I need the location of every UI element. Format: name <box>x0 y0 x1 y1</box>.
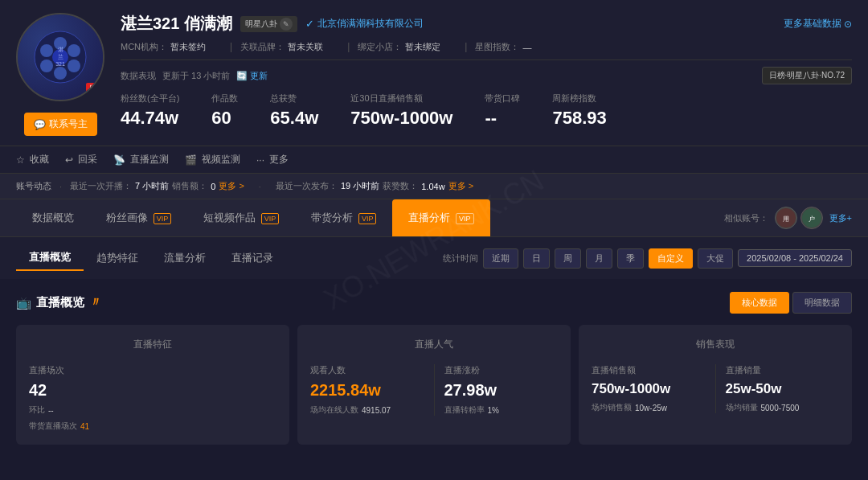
dynamics-row: 账号动态 · 最近一次开播： 7 小时前 销售额： 0 更多 > · 最近一次发… <box>0 173 868 199</box>
card-divider-2 <box>715 364 716 413</box>
dynamics-separator: · <box>59 182 62 191</box>
date-range-display[interactable]: 2025/02/08 - 2025/02/24 <box>738 249 852 267</box>
stat-reputation: 带货口碑 -- <box>485 92 520 129</box>
card-live-popularity: 直播人气 观看人数 2215.84w 场均在线人数 4915.07 直播涨粉 2… <box>297 325 571 445</box>
stat-new-fans: 直播涨粉 27.98w 直播转粉率 1% <box>444 364 559 416</box>
detail-data-btn[interactable]: 明细数据 <box>792 292 852 314</box>
svg-text:湛: 湛 <box>58 47 63 52</box>
info-section: 湛兰321 俏满潮 明星八卦 ✎ ✓ 北京俏满潮科技有限公司 更多基础数据 ⊙ … <box>121 13 852 136</box>
card-sales-performance: 销售表现 直播销售额 750w-1000w 场均销售额 10w-25w 直播销量… <box>579 325 852 445</box>
contact-button[interactable]: 💬 联系号主 <box>24 113 97 136</box>
sub-tab-traffic[interactable]: 流量分析 <box>151 246 219 270</box>
update-button[interactable]: 🔄 更新 <box>236 70 268 82</box>
stat-fans-sub: 直播转粉率 1% <box>444 404 559 416</box>
profile-name: 湛兰321 俏满潮 <box>121 13 232 35</box>
time-btn-season[interactable]: 季 <box>617 248 644 269</box>
stat-volume-sub: 场均销量 5000-7500 <box>726 402 840 413</box>
similar-avatar-1[interactable]: 用 <box>775 207 797 229</box>
card-inner-1: 直播场次 42 环比 -- 带货直播场次 41 <box>29 364 276 432</box>
update-time: 更新于 13 小时前 <box>162 70 230 82</box>
stat-viewers-sub: 场均在线人数 4915.07 <box>310 404 424 416</box>
store-item: 绑定小店： 暂未绑定 <box>358 41 457 53</box>
card-inner-3: 直播销售额 750w-1000w 场均销售额 10w-25w 直播销量 25w-… <box>592 364 839 413</box>
sub-tab-trends[interactable]: 趋势特征 <box>84 246 151 270</box>
tab-live-analysis[interactable]: 直播分析 VIP <box>392 199 489 236</box>
update-row: 数据表现 更新于 13 小时前 🔄 更新 日榜·明星八卦·NO.72 <box>121 67 852 84</box>
refresh-icon: 🔄 <box>236 71 248 81</box>
tab-data-overview[interactable]: 数据概览 <box>16 199 90 236</box>
core-data-btn[interactable]: 核心数据 <box>730 292 789 314</box>
stat-live-sales-volume: 直播销量 25w-50w 场均销量 5000-7500 <box>726 364 840 413</box>
stat-sales: 近30日直播销售额 750w-1000w <box>350 92 452 129</box>
time-btn-promo[interactable]: 大促 <box>698 248 733 269</box>
avatar-inner: 湛 兰 321 品 <box>18 14 103 100</box>
ranking-badge: 日榜·明星八卦·NO.72 <box>762 67 852 84</box>
action-row: ☆ 收藏 ↩ 回采 📡 直播监测 🎬 视频监测 ··· 更多 <box>0 146 868 173</box>
time-btn-custom[interactable]: 自定义 <box>649 248 693 269</box>
mingxing-badge: 明星八卦 ✎ <box>240 16 297 32</box>
card-live-features: 直播特征 直播场次 42 环比 -- 带货直播场次 41 <box>16 325 289 445</box>
card-divider-1 <box>434 364 435 416</box>
avatar-svg: 湛 兰 321 <box>32 29 88 85</box>
svg-point-5 <box>40 59 53 72</box>
time-btn-month[interactable]: 月 <box>586 248 612 269</box>
avatar-box: 湛 兰 321 品 <box>16 13 104 101</box>
similar-avatar-2[interactable]: 户 <box>800 207 823 229</box>
content-area: 📺 直播概览 〃 核心数据 明细数据 直播特征 直播场次 42 环比 -- <box>0 279 868 457</box>
stat-likes: 总获赞 65.4w <box>270 92 318 129</box>
dynamics-more-1[interactable]: 更多 > <box>219 180 244 192</box>
card-title-2: 直播人气 <box>310 338 558 351</box>
action-recycle[interactable]: ↩ 回采 <box>65 153 97 166</box>
svg-text:321: 321 <box>55 61 65 67</box>
svg-point-6 <box>40 44 53 57</box>
tabs-section: 数据概览 粉丝画像 VIP 短视频作品 VIP 带货分析 VIP 直播分析 VI… <box>0 199 868 236</box>
question-icon: ⊙ <box>844 18 852 30</box>
dynamics-more-2[interactable]: 更多 > <box>448 180 473 192</box>
avatar-section: 湛 兰 321 品 💬 联系号主 <box>16 13 104 136</box>
cards-row: 直播特征 直播场次 42 环比 -- 带货直播场次 41 直播人气 <box>16 325 852 445</box>
section-actions: 核心数据 明细数据 <box>730 292 852 314</box>
stat-fans: 粉丝数(全平台) 44.74w <box>121 92 179 129</box>
time-btn-day[interactable]: 日 <box>523 248 550 269</box>
card-title-1: 直播特征 <box>29 338 276 351</box>
more-icon: ··· <box>256 154 264 166</box>
mcn-item: MCN机构： 暂未签约 <box>121 41 222 53</box>
sub-tab-records[interactable]: 直播记录 <box>219 246 286 270</box>
time-controls: 统计时间 近期 日 周 月 季 自定义 大促 2025/02/08 - 2025… <box>443 248 852 269</box>
title-row: 湛兰321 俏满潮 明星八卦 ✎ ✓ 北京俏满潮科技有限公司 更多基础数据 ⊙ <box>121 13 852 35</box>
svg-point-2 <box>68 44 80 57</box>
more-data-link[interactable]: 更多基础数据 ⊙ <box>784 17 852 31</box>
action-video-monitor[interactable]: 🎬 视频监测 <box>185 153 240 166</box>
action-monitor[interactable]: 📡 直播监测 <box>113 153 169 166</box>
edit-icon[interactable]: ✎ <box>280 18 293 31</box>
similar-more-link[interactable]: 更多+ <box>829 212 852 224</box>
stat-weekly: 周新榜指数 758.93 <box>552 92 606 129</box>
dynamics-item-1: 最近一次开播： 7 小时前 销售额： 0 更多 > <box>70 180 244 192</box>
recycle-icon: ↩ <box>65 154 73 166</box>
similar-avatars: 用 户 <box>775 207 823 229</box>
map-item: 星图指数： — <box>475 41 547 53</box>
sub-tab-overview[interactable]: 直播概览 <box>16 245 84 271</box>
contact-icon: 💬 <box>34 119 46 130</box>
time-btn-week[interactable]: 周 <box>555 248 581 269</box>
section-title: 📺 直播概览 〃 <box>16 294 102 311</box>
action-more[interactable]: ··· 更多 <box>256 153 289 166</box>
stat-sales-sub: 场均销售额 10w-25w <box>592 402 706 413</box>
tab-goods-analysis[interactable]: 带货分析 VIP <box>295 199 392 236</box>
time-btn-recent[interactable]: 近期 <box>483 248 518 269</box>
sub-tabs-section: 直播概览 趋势特征 流量分析 直播记录 统计时间 近期 日 周 月 季 自定义 … <box>0 236 868 279</box>
monitor-icon: 📡 <box>113 154 125 166</box>
card-title-3: 销售表现 <box>592 338 839 351</box>
vip-badge-1: VIP <box>154 213 172 224</box>
tab-fans-portrait[interactable]: 粉丝画像 VIP <box>90 199 187 236</box>
time-label: 统计时间 <box>443 252 478 265</box>
avatar-badge: 品 <box>86 83 98 95</box>
action-collect[interactable]: ☆ 收藏 <box>16 153 49 166</box>
section-header: 📺 直播概览 〃 核心数据 明细数据 <box>16 292 852 314</box>
update-label: 数据表现 <box>121 70 156 82</box>
company-link[interactable]: ✓ 北京俏满潮科技有限公司 <box>305 17 424 31</box>
vip-badge-3: VIP <box>358 213 377 224</box>
meta-row: MCN机构： 暂未签约 | 关联品牌： 暂未关联 | 绑定小店： 暂未绑定 | … <box>121 41 852 60</box>
tab-short-video[interactable]: 短视频作品 VIP <box>187 199 295 236</box>
vip-badge-4: VIP <box>456 213 474 224</box>
